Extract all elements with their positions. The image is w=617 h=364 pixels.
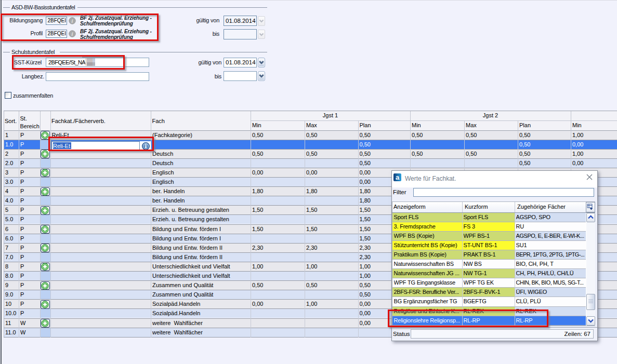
svg-text:a: a: [396, 173, 400, 181]
